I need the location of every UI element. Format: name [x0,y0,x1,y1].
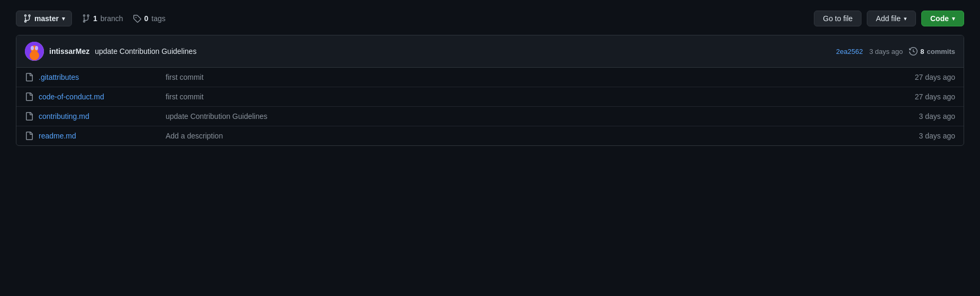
file-row: contributing.md update Contribution Guid… [16,107,964,126]
branches-count: 1 [93,14,97,23]
branch-count-info: 1 branch [81,14,123,23]
code-button[interactable]: Code ▾ [921,11,964,26]
branches-label: branch [101,14,123,23]
commit-time: 3 days ago [869,48,903,56]
commits-link[interactable]: 8 commits [909,47,955,56]
branch-label: master [34,14,59,23]
toolbar: master ▾ 1 branch 0 tags Go to file Add … [16,11,964,26]
toolbar-right: Go to file Add file ▾ Code ▾ [814,11,964,26]
readme-file-row: readme.md Add a description 3 days ago [16,126,964,145]
file-row: code-of-conduct.md first commit 27 days … [16,87,964,107]
avatar-image [25,42,44,61]
commit-message-text: update Contribution Guidelines [95,47,196,56]
commit-header-right: 2ea2562 3 days ago 8 commits [836,47,955,56]
branch-selector-button[interactable]: master ▾ [16,11,72,26]
branches-icon [81,14,90,23]
svg-point-3 [35,46,38,50]
go-to-file-button[interactable]: Go to file [814,11,861,26]
history-icon [909,47,918,56]
commit-sha[interactable]: 2ea2562 [836,48,863,56]
avatar [25,42,44,61]
commit-header-row: intissarMez update Contribution Guidelin… [16,35,964,68]
file-age: 3 days ago [902,112,955,121]
commit-header-left: intissarMez update Contribution Guidelin… [25,42,196,61]
commit-header-text: intissarMez update Contribution Guidelin… [49,47,196,56]
commit-author[interactable]: intissarMez [49,47,89,56]
file-commit-msg: first commit [155,73,902,81]
file-age: 27 days ago [902,92,955,101]
svg-point-4 [30,51,39,60]
file-row: .gitattributes first commit 27 days ago [16,68,964,87]
tags-label: tags [151,14,165,23]
code-label: Code [930,14,949,23]
file-age: 3 days ago [902,132,955,140]
add-file-label: Add file [876,14,901,23]
commits-count: 8 [920,48,924,56]
tags-icon [133,14,141,23]
go-to-file-label: Go to file [823,14,852,23]
tags-count: 0 [144,14,149,23]
file-commit-msg: first commit [155,92,902,101]
file-name[interactable]: .gitattributes [39,73,155,81]
file-age: 27 days ago [902,73,955,81]
toolbar-left: master ▾ 1 branch 0 tags [16,11,166,26]
file-name[interactable]: readme.md [39,132,155,140]
file-name[interactable]: contributing.md [39,112,155,121]
add-file-dropdown-icon: ▾ [904,15,907,22]
file-icon [25,73,33,81]
file-icon [25,92,33,101]
file-icon [25,112,33,121]
file-table: intissarMez update Contribution Guidelin… [16,35,964,146]
file-commit-msg: Add a description [155,132,902,140]
file-name[interactable]: code-of-conduct.md [39,92,155,101]
branch-icon [23,14,31,23]
file-commit-msg: update Contribution Guidelines [155,112,902,121]
branch-dropdown-icon: ▾ [62,15,65,22]
tags-count-info: 0 tags [133,14,166,23]
svg-point-2 [31,46,34,50]
add-file-button[interactable]: Add file ▾ [867,11,916,26]
file-icon [25,132,33,140]
code-dropdown-icon: ▾ [952,15,955,22]
commits-label: commits [927,48,955,56]
